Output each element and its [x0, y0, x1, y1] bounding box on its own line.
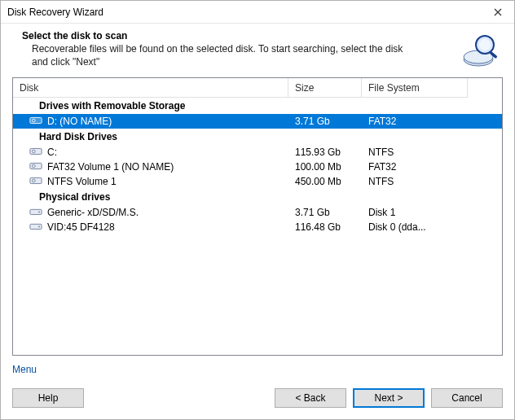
table-row[interactable]: NTFS Volume 1450.00 MbNTFS — [13, 174, 502, 189]
disk-fs: NTFS — [362, 147, 468, 158]
disk-name: FAT32 Volume 1 (NO NAME) — [47, 161, 174, 173]
table-row[interactable]: Generic- xD/SD/M.S.3.71 GbDisk 1 — [13, 205, 502, 220]
list-body: Drives with Removable StorageD: (NO NAME… — [13, 98, 502, 355]
physical-disk-icon — [29, 206, 42, 220]
disk-size: 100.00 Mb — [288, 161, 362, 173]
drive-icon — [29, 115, 42, 129]
titlebar: Disk Recovery Wizard — [1, 1, 514, 24]
disk-size: 450.00 Mb — [288, 176, 362, 187]
magnifier-disk-icon — [460, 30, 500, 69]
page-heading: Select the disk to scan — [22, 30, 454, 42]
drive-icon — [29, 146, 42, 160]
disk-fs: FAT32 — [362, 161, 468, 173]
next-button[interactable]: Next > — [353, 388, 425, 408]
disk-fs: Disk 1 — [362, 207, 468, 218]
back-button[interactable]: < Back — [275, 388, 346, 408]
table-row[interactable]: VID:45 DF4128116.48 GbDisk 0 (dda... — [13, 220, 502, 234]
disk-fs: NTFS — [362, 176, 468, 187]
close-icon — [494, 8, 502, 16]
physical-disk-icon — [29, 221, 42, 234]
table-row[interactable]: FAT32 Volume 1 (NO NAME)100.00 MbFAT32 — [13, 160, 502, 174]
disk-name: D: (NO NAME) — [47, 116, 112, 127]
group-header: Drives with Removable Storage — [13, 98, 502, 114]
column-size[interactable]: Size — [288, 78, 362, 98]
disk-size: 3.71 Gb — [288, 207, 362, 218]
svg-rect-13 — [30, 209, 42, 214]
svg-point-16 — [38, 225, 40, 227]
table-row[interactable]: D: (NO NAME)3.71 GbFAT32 — [13, 114, 502, 129]
group-header: Hard Disk Drives — [13, 129, 502, 145]
close-button[interactable] — [482, 1, 514, 24]
disk-name: C: — [47, 147, 57, 158]
disk-size: 3.71 Gb — [288, 116, 362, 127]
drive-icon — [29, 160, 42, 174]
svg-point-3 — [479, 39, 491, 50]
drive-icon — [29, 175, 42, 189]
disk-fs: FAT32 — [362, 116, 468, 127]
disk-name: VID:45 DF4128 — [47, 221, 115, 233]
wizard-window: Disk Recovery Wizard Select the disk to … — [0, 0, 515, 420]
disk-size: 115.93 Gb — [288, 147, 362, 158]
disk-fs: Disk 0 (dda... — [362, 221, 468, 233]
page-subtext: Recoverable files will be found on the s… — [22, 43, 405, 68]
disk-name: Generic- xD/SD/M.S. — [47, 207, 139, 218]
window-title: Disk Recovery Wizard — [7, 7, 482, 18]
disk-name: NTFS Volume 1 — [47, 176, 117, 187]
help-button[interactable]: Help — [12, 388, 84, 408]
svg-point-14 — [38, 211, 40, 212]
column-headers: Disk Size File System — [13, 78, 502, 98]
cancel-button[interactable]: Cancel — [431, 388, 503, 408]
disk-size: 116.48 Gb — [288, 221, 362, 233]
wizard-header: Select the disk to scan Recoverable file… — [1, 24, 514, 77]
column-filesystem[interactable]: File System — [362, 78, 468, 98]
group-header: Physical drives — [13, 189, 502, 205]
svg-rect-15 — [30, 224, 42, 229]
table-row[interactable]: C:115.93 GbNTFS — [13, 145, 502, 160]
button-bar: Help < Back Next > Cancel — [1, 380, 514, 419]
menu-link[interactable]: Menu — [1, 356, 514, 380]
disk-list: Disk Size File System Drives with Remova… — [12, 77, 503, 356]
column-disk[interactable]: Disk — [13, 78, 288, 98]
